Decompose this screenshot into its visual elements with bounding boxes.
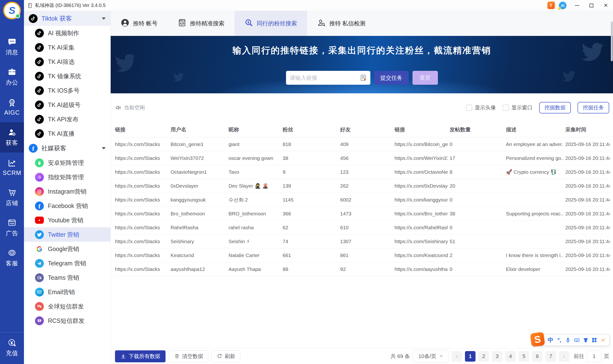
rail-item-5[interactable]: 店铺 [0, 182, 24, 213]
download-all-button[interactable]: 下载所有数据 [115, 350, 165, 362]
cell-collect-time: 2025-09-16 20:11:44 [563, 266, 610, 272]
sidebar-item-0-3[interactable]: TK 镜像系统 [24, 69, 110, 83]
cell-fans: 88 [281, 266, 338, 272]
sidebar-item-1-11[interactable]: RCS短信群发 [24, 313, 110, 328]
svg-text:T: T [38, 277, 39, 279]
sidebar-item-0-4[interactable]: TK IOS多号 [24, 83, 110, 98]
titlebar-controls: T Ai ✕ [547, 0, 613, 11]
ime-skin-icon[interactable] [582, 336, 589, 344]
tab-label: 推特 帐号 [133, 20, 158, 27]
cell-link: https://x.com/Stacks [113, 169, 169, 175]
ime-emoji-icon[interactable] [599, 336, 607, 344]
table-body: https://x.com/StacksBitcoin_genie1giant8… [113, 137, 610, 276]
cell-username: RahelRasha [169, 225, 227, 231]
show-avatar-checkbox[interactable] [466, 104, 472, 111]
page-button-2[interactable]: 2 [478, 351, 489, 362]
rail-item-3[interactable]: 获客 [0, 122, 24, 153]
clear-data-button[interactable]: 清空数据 [169, 350, 208, 362]
show-window-checkbox[interactable] [503, 104, 509, 111]
tab-2[interactable]: 同行的粉丝搜索 [234, 11, 307, 36]
sidebar-item-0-2[interactable]: TK AI筛选 [24, 54, 110, 69]
sidebar-item-1-1[interactable]: 指纹矩阵管理 [24, 170, 110, 184]
ime-mic-icon[interactable] [564, 336, 572, 344]
total-count: 共 69 条 [391, 353, 410, 360]
ime-mode-toggle[interactable]: 中 [547, 336, 555, 344]
refresh-button[interactable]: 刷新 [212, 350, 240, 362]
sidebar-item-1-9[interactable]: Email营销 [24, 285, 110, 299]
cell-description: 🚀 Crypto currency 💱 [504, 169, 563, 175]
paste-icon[interactable] [359, 74, 368, 82]
page-button-5[interactable]: 5 [519, 351, 529, 362]
prev-page-button[interactable]: ‹ [451, 351, 462, 362]
page-button-7[interactable]: 7 [545, 351, 556, 362]
page-size-select[interactable]: 10条/页 [413, 350, 449, 363]
sidebar-item-1-2[interactable]: Instagram营销 [24, 184, 110, 199]
ime-punctuation-toggle[interactable]: °, [556, 336, 563, 344]
main-panel: 推特 帐号推特精准搜索同行的粉丝搜索推特 私信检测 输入同行的推特链接，采集出同… [111, 11, 613, 364]
cell-link: https://x.com/Stacks [113, 142, 169, 147]
rcs-icon [35, 316, 44, 325]
tab-3[interactable]: 推特 私信检测 [307, 11, 376, 36]
page-button-6[interactable]: 6 [532, 351, 543, 362]
sidebar-item-1-3[interactable]: fFacebook 营销 [24, 199, 110, 213]
header-cell-profile-link: 链接 [393, 126, 448, 133]
minimize-button[interactable] [570, 0, 584, 11]
sidebar-item-1-8[interactable]: TTeams 营销 [24, 271, 110, 285]
table-header-row: 链接用户名昵称粉丝好友链接发帖数量描述采集时间 [113, 122, 610, 137]
link-input[interactable]: 请输入链接 [286, 71, 370, 85]
tab-0[interactable]: 推特 帐号 [111, 11, 168, 36]
sidebar-item-0-6[interactable]: TK API发布 [24, 112, 110, 126]
sidebar-section-header-0[interactable]: Tiktok 获客 [24, 11, 110, 26]
close-button[interactable]: ✕ [599, 0, 613, 11]
svg-text:AI: AI [11, 252, 13, 254]
sidebar-item-1-7[interactable]: Telegram 营销 [24, 256, 110, 271]
mine-data-button[interactable]: 挖掘数据 [539, 102, 571, 113]
sidebar-item-1-4[interactable]: Youtube 营销 [24, 213, 110, 227]
rail-item-0[interactable]: 消息 [0, 32, 24, 62]
sidebar-item-0-0[interactable]: AI 视频制作 [24, 26, 110, 40]
next-page-button[interactable]: › [559, 351, 569, 362]
ime-toolbox-icon[interactable] [590, 336, 598, 344]
goto-page: 前往 页 [574, 351, 609, 362]
sidebar-item-1-6[interactable]: Google营销 [24, 242, 110, 256]
sidebar-item-1-5[interactable]: Twitter 营销 [24, 227, 110, 242]
ai-chat-tray-icon[interactable]: Ai [559, 2, 567, 9]
ime-keyboard-icon[interactable] [573, 336, 581, 344]
mine-task-button[interactable]: 挖掘任务 [578, 102, 609, 113]
page-button-4[interactable]: 4 [505, 351, 516, 362]
sogou-logo[interactable]: S [530, 332, 545, 347]
page-button-3[interactable]: 3 [492, 351, 502, 362]
page-buttons: ‹1234567› [451, 351, 569, 362]
scrollbar-thumb[interactable] [611, 22, 613, 61]
submit-task-button[interactable]: 提交任务 [374, 71, 409, 85]
reset-button[interactable]: 重置 [412, 71, 438, 85]
sidebar-item-0-1[interactable]: TK AI采集 [24, 40, 110, 54]
tab-1[interactable]: 推特精准搜索 [168, 11, 234, 36]
translate-tray-icon[interactable]: T [547, 2, 555, 9]
sidebar-item-label: Email营销 [48, 288, 75, 296]
rail-item-recharge[interactable]: 充值 [0, 334, 24, 362]
cell-friends: 861 [338, 252, 393, 258]
cell-fans: 38 [281, 155, 338, 161]
goto-page-input[interactable] [587, 351, 601, 362]
rail-item-6[interactable]: ADS广告 [0, 213, 24, 243]
cell-collect-time: 2025-09-16 20:11:44 [563, 252, 610, 258]
rail-item-2[interactable]: AIAIGC [0, 92, 24, 122]
sidebar-item-label: 指纹矩阵管理 [48, 173, 84, 181]
rail-item-4[interactable]: SCRM [0, 153, 24, 182]
page-button-1[interactable]: 1 [465, 351, 476, 362]
sidebar-item-0-5[interactable]: TK AI超级号 [24, 98, 110, 112]
sidebar-item-0-7[interactable]: TK AI直播 [24, 126, 110, 141]
sidebar-item-1-10[interactable]: SMS全球短信群发 [24, 299, 110, 313]
rail-item-7[interactable]: AI客服 [0, 243, 24, 273]
app-window-icon [27, 2, 33, 9]
maximize-button[interactable] [584, 0, 599, 11]
cell-link: https://x.com/Stacks [113, 197, 169, 203]
table-row: https://x.com/StacksKeatcsxndNatalie Car… [113, 248, 610, 262]
rail-item-label: 消息 [6, 48, 18, 56]
cell-friends: 6002 [338, 197, 393, 203]
rail-item-1[interactable]: 办公 [0, 62, 24, 92]
header-cell-link: 链接 [113, 126, 169, 133]
sidebar-item-1-0[interactable]: 安卓矩阵管理 [24, 156, 110, 170]
sidebar-section-header-1[interactable]: f社媒获客 [24, 141, 110, 156]
